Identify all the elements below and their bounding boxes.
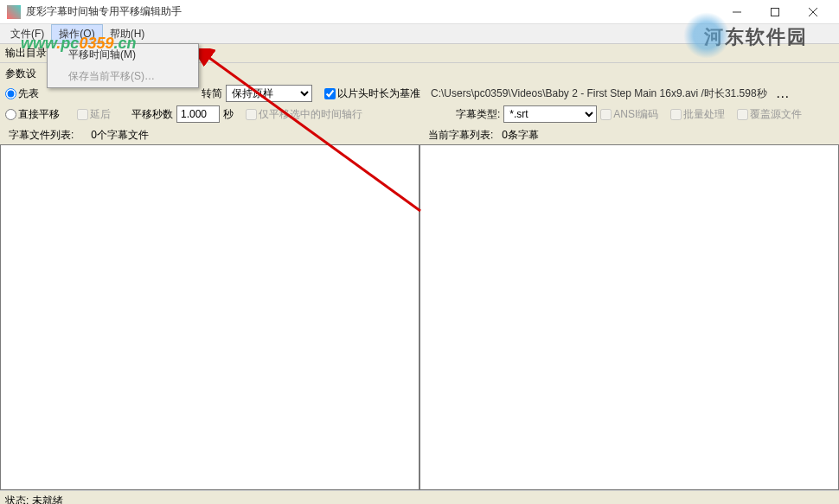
menubar: 文件(F) 操作(O) 帮助(H) — [0, 24, 839, 43]
checkbox-use-head-label: 以片头时长为基准 — [337, 86, 420, 101]
window-title: 度彩字幕时间轴专用平移编辑助手 — [26, 4, 718, 19]
checkbox-batch[interactable]: 批量处理 — [670, 107, 725, 122]
subtitle-type-label: 字幕类型: — [456, 107, 500, 122]
close-button[interactable] — [794, 0, 832, 24]
file-path: C:\Users\pc0359\Videos\Baby 2 - First St… — [431, 86, 767, 101]
checkbox-use-head[interactable]: 以片头时长为基准 — [324, 86, 420, 101]
checkbox-batch-label: 批量处理 — [683, 107, 725, 122]
menu-operate[interactable]: 操作(O) — [51, 24, 102, 44]
checkbox-ansi[interactable]: ANSI编码 — [600, 107, 658, 122]
checkbox-only-selected-label: 仅平移选中的时间轴行 — [259, 107, 362, 122]
subtitle-type-combo[interactable]: *.srt — [503, 105, 597, 123]
checkbox-only-selected[interactable]: 仅平移选中的时间轴行 — [246, 107, 362, 122]
maximize-button[interactable] — [756, 0, 794, 24]
radio-first-label: 先表 — [18, 86, 39, 101]
right-list-count: 0条字幕 — [502, 128, 539, 143]
left-list-count: 0个字幕文件 — [91, 128, 149, 143]
lists-container — [0, 144, 839, 490]
right-list-label: 当前字幕列表: — [428, 128, 493, 143]
radio-direct[interactable]: 直接平移 — [5, 107, 60, 122]
shift-seconds-label: 平移秒数 — [131, 107, 173, 122]
checkbox-overwrite-label: 覆盖源文件 — [750, 107, 802, 122]
seconds-label: 秒 — [223, 107, 234, 122]
radio-first[interactable]: 先表 — [5, 86, 39, 101]
checkbox-delay-label: 延后 — [90, 107, 111, 122]
subtitle-files-list[interactable] — [0, 144, 420, 490]
menu-help[interactable]: 帮助(H) — [103, 25, 152, 43]
file-path-more-icon[interactable]: … — [776, 86, 790, 101]
convert-label: 转简 — [202, 86, 222, 101]
app-icon — [7, 5, 21, 19]
dropdown-save-current[interactable]: 保存当前平移(S)… — [48, 66, 198, 87]
left-list-label: 字幕文件列表: — [9, 128, 74, 143]
checkbox-ansi-label: ANSI编码 — [613, 107, 658, 122]
checkbox-delay[interactable]: 延后 — [77, 107, 111, 122]
status-label: 状态: — [5, 494, 29, 504]
menu-file[interactable]: 文件(F) — [3, 25, 51, 43]
svg-rect-1 — [772, 8, 779, 16]
convert-combo[interactable]: 保持原样 — [226, 85, 312, 102]
dropdown-shift-timeline[interactable]: 平移时间轴(M) — [48, 44, 198, 66]
minimize-button[interactable] — [718, 0, 756, 24]
current-subtitles-list[interactable] — [420, 144, 839, 490]
lists-header: 字幕文件列表: 0个字幕文件 当前字幕列表: 0条字幕 — [0, 126, 839, 144]
checkbox-overwrite[interactable]: 覆盖源文件 — [737, 107, 802, 122]
window-controls — [718, 0, 832, 24]
status-value: 未就绪 — [32, 494, 63, 504]
operate-dropdown: 平移时间轴(M) 保存当前平移(S)… — [47, 43, 199, 88]
titlebar: 度彩字幕时间轴专用平移编辑助手 — [0, 0, 839, 24]
radio-direct-label: 直接平移 — [18, 107, 60, 122]
shift-seconds-input[interactable] — [176, 105, 220, 123]
statusbar: 状态: 未就绪 — [0, 490, 839, 504]
